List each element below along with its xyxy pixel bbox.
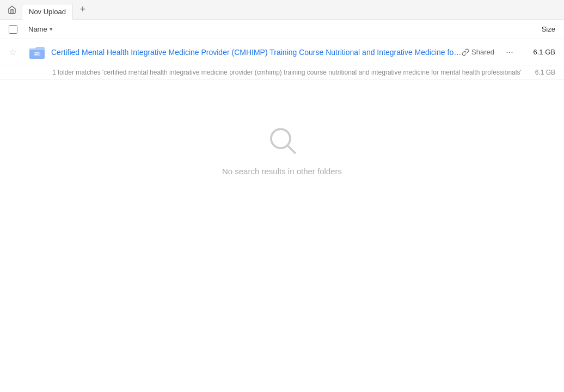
row-checkbox-col: ☆ xyxy=(9,47,28,57)
file-name[interactable]: Certified Mental Health Integrative Medi… xyxy=(51,48,462,57)
file-row[interactable]: ☆ Certified Mental Health Integrative Me… xyxy=(0,39,564,65)
select-all-checkbox[interactable] xyxy=(9,25,17,34)
table-header: Name ▾ Size xyxy=(0,20,564,39)
match-info-row: 1 folder matches 'certified mental healt… xyxy=(0,65,564,80)
file-size: 6.1 GB xyxy=(523,48,555,56)
more-options-button[interactable]: ··· xyxy=(501,44,518,61)
match-size: 6.1 GB xyxy=(535,69,555,76)
tab-nov-upload[interactable]: Nov Upload xyxy=(22,4,73,20)
star-icon[interactable]: ☆ xyxy=(9,47,16,57)
name-sort-icon: ▾ xyxy=(50,26,53,33)
header-checkbox-col xyxy=(9,25,28,34)
size-column-header: Size xyxy=(512,25,555,33)
match-text: 1 folder matches 'certified mental healt… xyxy=(52,69,535,76)
name-column-header[interactable]: Name ▾ xyxy=(28,25,512,33)
svg-point-4 xyxy=(271,129,290,148)
folder-icon-wrap xyxy=(28,44,46,61)
add-tab-button[interactable]: + xyxy=(75,2,90,17)
empty-search-icon xyxy=(266,124,298,158)
link-icon xyxy=(462,48,469,56)
svg-line-5 xyxy=(288,146,296,154)
home-button[interactable] xyxy=(4,2,20,17)
empty-state: No search results in other folders xyxy=(0,80,564,219)
shared-badge[interactable]: Shared xyxy=(462,48,494,56)
svg-rect-1 xyxy=(34,52,40,56)
empty-state-text: No search results in other folders xyxy=(222,167,342,176)
tab-bar: Nov Upload + xyxy=(0,0,564,20)
folder-icon xyxy=(29,46,45,59)
